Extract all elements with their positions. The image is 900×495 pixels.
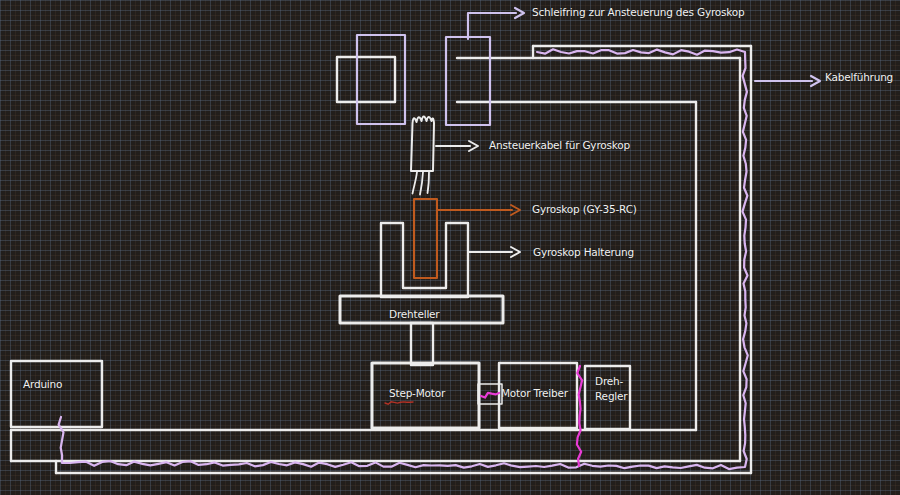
pointer-line bbox=[468, 13, 516, 39]
halterung-arrow[interactable] bbox=[469, 247, 520, 257]
label-drehteller[interactable]: Drehteller bbox=[389, 308, 439, 321]
motor-shaft-rect[interactable] bbox=[411, 323, 433, 365]
plug-wire-3 bbox=[428, 172, 430, 193]
gyroskop-module-rect[interactable] bbox=[414, 199, 437, 278]
white-ink-group bbox=[11, 46, 751, 473]
gyroskop-arrow[interactable] bbox=[437, 205, 520, 215]
spellcheck-squiggle-icon bbox=[385, 402, 413, 405]
plug-wire-2 bbox=[420, 172, 423, 195]
gyroskop-halterung-shape[interactable] bbox=[381, 223, 468, 297]
drawing-canvas[interactable]: Schleifring zur Ansteuerung des Gyroskop… bbox=[0, 0, 900, 495]
label-schleifring[interactable]: Schleifring zur Ansteuerung des Gyroskop bbox=[532, 6, 745, 19]
schleifring-pointer[interactable] bbox=[468, 8, 524, 39]
arduino-box[interactable] bbox=[11, 361, 102, 427]
label-gyroskop[interactable]: Gyroskop (GY-35-RC) bbox=[532, 203, 637, 216]
label-kabelfuehrung[interactable]: Kabelführung bbox=[825, 71, 893, 84]
label-arduino[interactable]: Arduino bbox=[23, 378, 62, 391]
plug-body bbox=[411, 117, 434, 172]
label-dreh-regler[interactable]: Dreh- Regler bbox=[595, 374, 627, 404]
right-rotor-rect[interactable] bbox=[446, 37, 490, 125]
label-dreh-regler-line2: Regler bbox=[595, 389, 627, 404]
left-rotor-rect[interactable] bbox=[357, 35, 405, 124]
label-step-motor[interactable]: Step-Motor bbox=[389, 387, 445, 400]
label-dreh-regler-line1: Dreh- bbox=[595, 374, 627, 389]
plug-wire-1 bbox=[413, 172, 418, 194]
kabelfuehrung-arrow[interactable] bbox=[755, 76, 820, 86]
spellcheck-group bbox=[385, 402, 413, 405]
ansteuerkabel-plug-drawing[interactable] bbox=[411, 117, 434, 195]
label-halterung[interactable]: Gyroskop Halterung bbox=[533, 246, 634, 259]
pink-cable-group bbox=[481, 366, 582, 466]
label-ansteuerkabel[interactable]: Ansteuerkabel für Gyroskop bbox=[489, 139, 630, 152]
label-motor-treiber[interactable]: Motor Treiber bbox=[501, 387, 568, 400]
motor-connector-wavy-line[interactable] bbox=[481, 393, 499, 398]
ansteuerkabel-arrow[interactable] bbox=[436, 141, 478, 151]
diagram-layer bbox=[0, 0, 900, 495]
left-bearing-block-rect[interactable] bbox=[337, 57, 395, 102]
